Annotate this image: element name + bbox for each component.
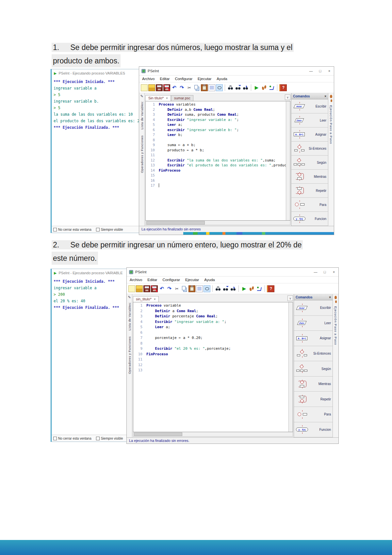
command-leer[interactable]: DatoLeer <box>294 316 333 331</box>
save-icon[interactable] <box>143 285 150 292</box>
menu-item-ejecutar[interactable]: Ejecutar <box>198 77 211 81</box>
find-icon[interactable] <box>227 84 234 91</box>
command-escribir[interactable]: Hola!Escribir <box>294 300 333 316</box>
draw-flowchart-icon[interactable] <box>256 285 263 292</box>
step-run-icon[interactable] <box>261 84 268 91</box>
draw-flowchart-icon[interactable] <box>268 84 275 91</box>
command-leer[interactable]: DatoLeer <box>291 113 328 127</box>
save-all-icon[interactable] <box>163 84 170 91</box>
command-repetir[interactable]: Repetir <box>294 392 333 407</box>
step-execution-strip[interactable]: Ejecución Paso a Paso <box>333 294 338 437</box>
editor-tab[interactable]: Sin título*× <box>145 95 171 101</box>
sidebar-panel-label[interactable]: Operadores y Funciones <box>140 135 144 173</box>
close-button[interactable]: × <box>329 270 338 274</box>
close-commands-icon[interactable]: × <box>324 94 326 98</box>
new-file-icon[interactable] <box>141 84 148 91</box>
step-execution-strip[interactable]: Ejecución Paso a Paso <box>328 93 334 226</box>
editor-tab[interactable]: sin_titulo*× <box>133 296 159 302</box>
sidebar-panel-label[interactable]: Lista de Variables: <box>128 302 131 330</box>
command-funcion[interactable]: y←f(x)Funcion <box>294 422 333 438</box>
find-icon[interactable] <box>215 285 221 292</box>
copy-icon[interactable] <box>193 84 200 91</box>
paste-icon[interactable] <box>188 285 195 292</box>
command-segun[interactable]: Según <box>294 361 333 377</box>
horizontal-scrollbar[interactable] <box>133 432 293 437</box>
console-output-area[interactable]: *** Ejecución Iniciada. ***ingresar vari… <box>52 277 127 435</box>
menu-item-configurar[interactable]: Configurar <box>162 278 180 282</box>
menu-item-ayuda[interactable]: Ayuda <box>204 278 215 282</box>
vertical-scrollbar[interactable] <box>286 101 290 220</box>
indent-icon[interactable] <box>196 285 203 292</box>
siempre-visible-checkbox[interactable]: Siempre visible <box>96 228 123 231</box>
find-next-icon[interactable] <box>230 285 237 292</box>
new-file-icon[interactable] <box>128 285 135 292</box>
step-run-icon[interactable] <box>248 285 255 292</box>
help-icon[interactable] <box>279 84 287 91</box>
minimize-button[interactable]: — <box>311 270 320 274</box>
command-escribir[interactable]: Hola!Escribir <box>291 99 328 113</box>
command-asignar[interactable]: A←B+1Asignar <box>291 127 328 142</box>
command-funcion[interactable]: y←f(x)Funcion <box>291 212 328 226</box>
maximize-button[interactable]: □ <box>316 69 325 73</box>
menu-item-editar[interactable]: Editar <box>147 278 157 282</box>
command-mientras[interactable]: Mientras <box>294 377 333 392</box>
close-button[interactable]: × <box>325 69 334 73</box>
replace-icon[interactable] <box>222 285 229 292</box>
scrollbar-thumb[interactable] <box>134 432 182 436</box>
menu-item-editar[interactable]: Editar <box>160 77 170 81</box>
close-commands-icon[interactable]: × <box>329 295 331 299</box>
close-tab-icon[interactable]: × <box>166 96 168 100</box>
command-segun[interactable]: Según <box>291 156 328 170</box>
menu-item-configurar[interactable]: Configurar <box>175 77 192 81</box>
open-file-icon[interactable] <box>148 84 155 91</box>
scrollbar-thumb[interactable] <box>146 221 205 225</box>
find-next-icon[interactable] <box>242 84 249 91</box>
menu-item-ejecutar[interactable]: Ejecutar <box>185 278 199 282</box>
editor-tab[interactable]: sumar.psc <box>171 95 193 101</box>
cut-icon[interactable] <box>186 84 193 91</box>
redo-icon[interactable] <box>166 285 173 292</box>
code-editor[interactable]: 1Proceso variable2 Definir a Como Real;3… <box>133 302 288 432</box>
command-asignar[interactable]: A←B+1Asignar <box>294 331 333 346</box>
tab-list-dropdown[interactable]: ∨ <box>287 295 293 301</box>
tab-list-dropdown[interactable]: ∨ <box>285 94 290 100</box>
close-tab-icon[interactable]: × <box>154 297 156 301</box>
menu-item-archivo[interactable]: Archivo <box>130 278 142 282</box>
vertical-scrollbar[interactable] <box>288 302 293 432</box>
undo-icon[interactable] <box>158 285 165 292</box>
no-cerrar-checkbox[interactable]: No cerrar esta ventana <box>53 437 91 440</box>
command-si-entonces[interactable]: Si-Entonces <box>291 142 328 156</box>
paste-icon[interactable] <box>201 84 208 91</box>
cut-icon[interactable] <box>173 285 180 292</box>
command-mientras[interactable]: Mientras <box>291 170 328 184</box>
copy-icon[interactable] <box>181 285 188 292</box>
view-flowchart-icon[interactable] <box>204 285 210 292</box>
minimize-button[interactable]: — <box>306 69 316 73</box>
view-flowchart-icon[interactable] <box>216 84 223 91</box>
command-si-entonces[interactable]: Si-Entonces <box>294 346 333 362</box>
command-para[interactable]: Para <box>294 407 333 422</box>
indent-icon[interactable] <box>208 84 215 91</box>
save-icon[interactable] <box>156 84 163 91</box>
help-icon[interactable] <box>267 285 274 292</box>
no-cerrar-checkbox[interactable]: No cerrar esta ventana <box>53 228 91 231</box>
sidebar-panel-label[interactable]: Operadores y Funciones <box>128 336 131 374</box>
console-output-area[interactable]: *** Ejecución Iniciada. ***ingresar vari… <box>52 77 140 226</box>
siempre-visible-checkbox[interactable]: Siempre visible <box>96 437 123 440</box>
sidebar-panel-label[interactable]: Lista de Variables: <box>140 101 144 129</box>
run-icon[interactable] <box>241 285 248 292</box>
command-para[interactable]: Para <box>291 198 328 212</box>
si-entonces-flowchart-icon <box>295 349 310 358</box>
command-repetir[interactable]: Repetir <box>291 184 328 198</box>
redo-icon[interactable] <box>178 84 185 91</box>
undo-icon[interactable] <box>171 84 178 91</box>
run-icon[interactable] <box>253 84 260 91</box>
save-all-icon[interactable] <box>151 285 158 292</box>
maximize-button[interactable]: □ <box>320 270 329 274</box>
open-file-icon[interactable] <box>136 285 143 292</box>
menu-item-ayuda[interactable]: Ayuda <box>217 77 227 81</box>
code-editor[interactable]: 1Proceso variables2 Definir a,b Como Rea… <box>146 101 286 220</box>
horizontal-scrollbar[interactable] <box>145 221 290 225</box>
replace-icon[interactable] <box>235 84 241 91</box>
menu-item-archivo[interactable]: Archivo <box>142 77 155 81</box>
